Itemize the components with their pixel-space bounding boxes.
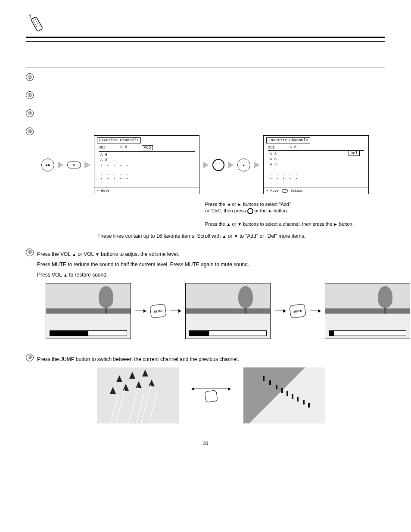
flow-arrow-icon [135, 311, 146, 311]
item-18: ⑱ ◂ ▸ 8 Favorite Channels Ant A 8 Add [26, 127, 385, 243]
tv-photo [185, 283, 271, 339]
title-box [26, 41, 385, 68]
volume-instruction: Press the VOL ▲ or VOL ▼ buttons to adju… [37, 250, 410, 258]
flow-arrow-icon [254, 162, 260, 168]
flow-arrow-icon [58, 162, 64, 168]
flow-arrow-icon [203, 162, 209, 168]
mute-button: MUTE [149, 303, 167, 318]
flow-arrow-icon [310, 311, 321, 311]
climbers-photo [243, 367, 325, 423]
mute-instruction: Press MUTE to reduce the sound to half t… [37, 261, 410, 268]
caption-add-del: Press the ◄ or ► buttons to select "Add"… [205, 201, 354, 228]
volume-bar [189, 330, 267, 336]
move-icon: ✦ [266, 189, 268, 193]
circled-17: ⑰ [26, 109, 34, 117]
flow-arrow-icon [170, 311, 181, 311]
item-19: ⑲ Press the VOL ▲ or VOL ▼ buttons to ad… [26, 248, 385, 348]
jump-button [204, 390, 218, 403]
down-triangle-icon: ▼ [234, 234, 238, 239]
svg-rect-0 [31, 17, 43, 32]
enter-icon [247, 208, 253, 214]
nav-ring-button: ▴ [237, 159, 250, 171]
jump-illustration [37, 367, 385, 423]
move-icon: ✦ [97, 189, 99, 193]
restore-instruction: Press VOL ▲ to restore sound. [37, 271, 410, 279]
flow-arrow-icon [275, 311, 286, 311]
down-triangle-icon: ▼ [237, 222, 242, 227]
osd-menu-add: Favorite Channels Ant A 8 Add A 6 A 3 - … [94, 135, 199, 194]
mute-button: MUTE [289, 303, 306, 318]
remote-icon [26, 13, 47, 34]
mute-sequence: MUTE MUTE [46, 283, 410, 339]
tv-photo [46, 283, 131, 339]
menu-illustration: ◂ ▸ 8 Favorite Channels Ant A 8 Add A 6 … [41, 135, 385, 194]
page-number: 30 [203, 441, 208, 446]
up-triangle-icon: ▲ [222, 234, 226, 239]
up-triangle-icon: ▲ [72, 252, 76, 257]
volume-bar [50, 330, 127, 336]
select-icon [282, 189, 288, 193]
number-8-button: 8 [67, 162, 81, 168]
item-16: ⑯ [26, 90, 385, 103]
favorite-note: These lines contain up to 16 favorite it… [97, 232, 385, 240]
volume-bar [329, 330, 406, 336]
jets-photo [97, 367, 179, 423]
header-rule [26, 37, 385, 38]
osd-title: Favorite Channels [266, 137, 310, 143]
up-triangle-icon: ▲ [63, 273, 68, 277]
circled-20: ⑳ [26, 354, 34, 361]
flow-arrow-icon [84, 162, 90, 168]
item-20: ⑳ Press the JUMP button to switch betwee… [26, 353, 385, 428]
right-triangle-icon: ► [237, 202, 242, 207]
circled-15: ⑮ [26, 73, 34, 81]
osd-title: Favorite Channels [97, 137, 141, 143]
enter-button [212, 159, 224, 171]
tv-photo [325, 283, 410, 339]
right-triangle-icon: ► [333, 222, 338, 227]
up-triangle-icon: ▲ [227, 222, 231, 227]
flow-arrow-icon [228, 162, 234, 168]
jump-instruction: Press the JUMP button to switch between … [37, 355, 385, 363]
left-triangle-icon: ◄ [227, 202, 231, 207]
bidirectional-arrow [192, 389, 230, 402]
down-triangle-icon: ▼ [95, 252, 100, 257]
circled-19: ⑲ [26, 249, 34, 256]
circled-16: ⑯ [26, 91, 34, 99]
circled-18: ⑱ [26, 128, 34, 135]
osd-menu-del: Favorite Channels Ant A 8 A 8 Del A 6 A … [263, 135, 369, 194]
nav-ring-button: ◂ ▸ [41, 159, 54, 171]
right-triangle-icon: ► [268, 208, 272, 213]
item-17: ⑰ [26, 109, 385, 121]
item-15: ⑮ [26, 72, 385, 85]
